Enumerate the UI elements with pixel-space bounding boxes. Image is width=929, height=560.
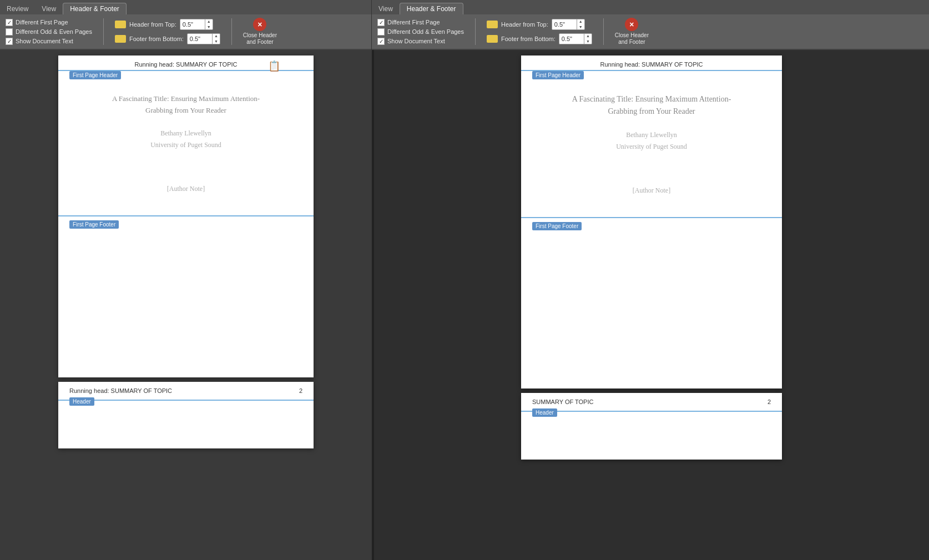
spinner-footer-down-left[interactable]: ▼ — [213, 39, 220, 44]
checkbox-diff-first-right[interactable]: Different First Page — [377, 19, 464, 26]
tab-view-left[interactable]: View — [35, 3, 63, 14]
close-btn-label-right: Close Headerand Footer — [615, 32, 649, 46]
tab-header-footer-right[interactable]: Header & Footer — [400, 3, 463, 14]
checkbox-show-doc-left[interactable]: Show Document Text — [6, 38, 92, 45]
checkbox-diff-odd-box-left[interactable] — [6, 28, 13, 36]
doc-header-1-left: Running head: SUMMARY OF TOPIC 📋 First P… — [58, 56, 314, 71]
checkbox-show-doc-label-left: Show Document Text — [16, 38, 73, 44]
spinner-header-label-right: Header from Top: — [501, 21, 548, 28]
app-wrapper: Review View Header & Footer Different Fi… — [0, 0, 929, 560]
checkbox-group-left: Different First Page Different Odd & Eve… — [6, 19, 92, 45]
tab-review-left[interactable]: Review — [0, 3, 35, 14]
spinner-header-up-right[interactable]: ▲ — [577, 19, 584, 24]
doc-title-line2-right: Grabbing from Your Reader — [608, 107, 695, 115]
checkbox-diff-odd-label-left: Different Odd & Even Pages — [16, 28, 92, 35]
toolbar-combined: Review View Header & Footer Different Fi… — [0, 0, 929, 50]
toolbar-left-section: Review View Header & Footer Different Fi… — [0, 0, 372, 50]
doc-footer-right: First Page Footer — [521, 217, 782, 255]
tab-header-footer-left[interactable]: Header & Footer — [63, 3, 127, 14]
doc-title-line2-left: Grabbing from Your Reader — [145, 106, 226, 114]
spinner-footer-input-right[interactable]: 0.5" ▲ ▼ — [559, 33, 592, 44]
checkbox-diff-odd-box-right[interactable] — [377, 28, 385, 36]
header-from-top-icon-right — [487, 21, 498, 28]
doc-footer-space-left — [69, 229, 302, 251]
close-icon-right[interactable]: × — [625, 18, 638, 31]
doc-author-right: Bethany Llewellyn University of Puget So… — [616, 129, 687, 153]
spinner-header-down-left[interactable]: ▼ — [205, 24, 213, 30]
doc-institution-left: University of Puget Sound — [150, 139, 221, 152]
spinner-footer-label-left: Footer from Bottom: — [129, 36, 184, 42]
spinner-group-left: Header from Top: 0.5" ▲ ▼ Footer from Bo… — [115, 19, 220, 44]
tab-row-left: Review View Header & Footer — [0, 0, 371, 14]
first-page-header-label-left: First Page Header — [69, 71, 121, 79]
spinner-header-up-left[interactable]: ▲ — [205, 19, 213, 24]
close-header-footer-btn-left[interactable]: × Close Headerand Footer — [243, 18, 277, 46]
spinner-footer-value-right: 0.5" — [559, 36, 584, 42]
close-icon-left[interactable]: × — [253, 18, 266, 31]
spinner-header-down-right[interactable]: ▼ — [577, 24, 584, 30]
checkbox-diff-odd-left[interactable]: Different Odd & Even Pages — [6, 28, 92, 36]
doc-title-line1-left: A Fascinating Title: Ensuring Maximum At… — [112, 94, 260, 103]
spinner-header-left: Header from Top: 0.5" ▲ ▼ — [115, 19, 220, 30]
spinner-footer-label-right: Footer from Bottom: — [501, 36, 556, 42]
spinner-footer-up-left[interactable]: ▲ — [213, 33, 220, 39]
spinner-header-arrows-left[interactable]: ▲ ▼ — [205, 19, 213, 30]
spinner-footer-arrows-right[interactable]: ▲ ▼ — [584, 33, 592, 44]
spinner-footer-arrows-left[interactable]: ▲ ▼ — [212, 33, 220, 44]
spinner-header-arrows-right[interactable]: ▲ ▼ — [577, 19, 584, 30]
checkbox-diff-odd-right[interactable]: Different Odd & Even Pages — [377, 28, 464, 36]
checkbox-show-doc-label-right: Show Document Text — [387, 38, 445, 44]
spinner-header-input-right[interactable]: 0.5" ▲ ▼ — [552, 19, 585, 30]
ribbon-divider-right — [475, 18, 476, 45]
doc-page-2-left: Running head: SUMMARY OF TOPIC 2 Header — [58, 382, 314, 448]
doc-note-right: [Author Note] — [633, 186, 670, 195]
checkbox-show-doc-box-right[interactable] — [377, 38, 385, 45]
spinner-header-right: Header from Top: 0.5" ▲ ▼ — [487, 19, 592, 30]
toolbar-right-section: View Header & Footer Different First Pag… — [372, 0, 929, 50]
doc-title-right: A Fascinating Title: Ensuring Maximum At… — [572, 93, 731, 118]
doc-author-name-left: Bethany Llewellyn — [150, 128, 221, 140]
checkbox-diff-first-left[interactable]: Different First Page — [6, 19, 92, 26]
checkbox-show-doc-box-left[interactable] — [6, 38, 13, 45]
checkbox-diff-first-box-right[interactable] — [377, 19, 385, 26]
doc-page-2-right: SUMMARY OF TOPIC 2 Header — [521, 393, 782, 460]
tab-view-right[interactable]: View — [372, 3, 400, 14]
doc-footer-space-right — [532, 230, 771, 253]
header-label-right: Header — [532, 408, 557, 417]
doc-header-1-right: Running head: SUMMARY OF TOPIC First Pag… — [521, 56, 782, 71]
checkbox-show-doc-right[interactable]: Show Document Text — [377, 38, 464, 45]
spinner-footer-value-left: 0.5" — [188, 36, 212, 42]
first-page-header-label-right: First Page Header — [532, 71, 584, 79]
spinner-group-right: Header from Top: 0.5" ▲ ▼ Footer from Bo… — [487, 19, 592, 44]
paste-icon-left: 📋 — [268, 60, 280, 72]
tab-row-right: View Header & Footer — [372, 0, 929, 14]
spinner-footer-input-left[interactable]: 0.5" ▲ ▼ — [187, 33, 220, 44]
footer-from-bottom-icon-right — [487, 35, 498, 43]
doc-header-2-left: Running head: SUMMARY OF TOPIC 2 Header — [58, 382, 314, 401]
checkbox-group-right: Different First Page Different Odd & Eve… — [377, 19, 464, 45]
spinner-footer-left: Footer from Bottom: 0.5" ▲ ▼ — [115, 33, 220, 44]
doc-page-1-left: Running head: SUMMARY OF TOPIC 📋 First P… — [58, 56, 314, 377]
ribbon-left: Different First Page Different Odd & Eve… — [0, 14, 371, 50]
checkbox-diff-first-box-left[interactable] — [6, 19, 13, 26]
spinner-footer-up-right[interactable]: ▲ — [584, 33, 592, 39]
doc-header-text-1-right: Running head: SUMMARY OF TOPIC — [600, 61, 703, 68]
page-num-left: 2 — [299, 387, 302, 394]
spinner-header-input-left[interactable]: 0.5" ▲ ▼ — [180, 19, 213, 30]
doc-body-left: A Fascinating Title: Ensuring Maximum At… — [58, 71, 314, 204]
header-from-top-icon-left — [115, 21, 126, 28]
checkbox-diff-first-label-left: Different First Page — [16, 19, 68, 26]
doc-header-text-2-right: SUMMARY OF TOPIC — [532, 398, 593, 405]
doc-author-name-right: Bethany Llewellyn — [616, 129, 687, 142]
footer-from-bottom-icon-left — [115, 35, 126, 43]
doc-title-line1-right: A Fascinating Title: Ensuring Maximum At… — [572, 95, 731, 103]
ribbon-divider2-right — [603, 18, 604, 45]
ribbon-right: Different First Page Different Odd & Eve… — [372, 14, 929, 50]
doc-author-left: Bethany Llewellyn University of Puget So… — [150, 128, 221, 152]
first-page-footer-label-right: First Page Footer — [532, 222, 582, 230]
doc-page-1-right: Running head: SUMMARY OF TOPIC First Pag… — [521, 56, 782, 389]
close-header-footer-btn-right[interactable]: × Close Headerand Footer — [615, 18, 649, 46]
spinner-header-label-left: Header from Top: — [129, 21, 176, 28]
spinner-footer-down-right[interactable]: ▼ — [584, 39, 592, 44]
header-label-left: Header — [69, 397, 94, 406]
